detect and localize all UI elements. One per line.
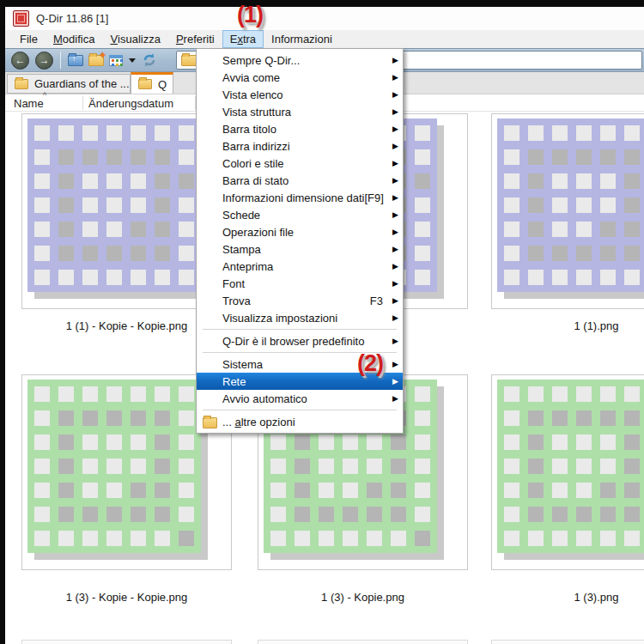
thumbnail-cell	[319, 483, 334, 498]
thumbnail-cell	[131, 270, 146, 285]
title-bar: Q-Dir 11.86 [1]	[5, 7, 644, 30]
menubar-item-preferiti[interactable]: Preferiti	[168, 30, 222, 48]
thumbnail-cell	[58, 410, 74, 426]
submenu-arrow-icon: ▶	[391, 377, 398, 386]
menubar-item-informazioni[interactable]: Informazioni	[264, 30, 340, 48]
menu-item-vista-struttura[interactable]: Vista struttura▶	[197, 103, 403, 120]
menu-item-informazioni-dimensione-dati[interactable]: Informazioni dimensione dati[F9]▶	[197, 189, 403, 206]
thumbnail-cell	[504, 434, 519, 450]
menu-item-label: Visualizza impostazioni	[222, 312, 391, 325]
thumbnail-cell	[504, 246, 519, 261]
thumbnail-cell	[34, 173, 50, 189]
file-card[interactable]	[491, 113, 644, 309]
thumbnail-cell	[600, 246, 616, 261]
thumbnail-cell	[415, 459, 430, 474]
refresh-button[interactable]	[142, 52, 157, 68]
thumbnail-cell	[295, 507, 310, 522]
menu-item-font[interactable]: Font▶	[197, 275, 403, 292]
menu-item-barra-di-stato[interactable]: Barra di stato▶	[197, 172, 403, 189]
submenu-arrow-icon: ▶	[391, 245, 398, 253]
menu-item-anteprima[interactable]: Anteprima▶	[197, 258, 403, 275]
menu-item-avvia-come[interactable]: Avvia come▶	[197, 69, 403, 86]
thumbnail-cell	[415, 125, 430, 141]
file-name-label[interactable]: 1 (3).png	[491, 591, 644, 604]
thumbnail-cell	[155, 270, 170, 285]
thumbnail-cell	[82, 531, 98, 546]
thumbnail-cell	[58, 386, 74, 402]
file-name-label[interactable]: 1 (1).png	[491, 319, 644, 332]
thumbnail-cell	[504, 531, 519, 546]
thumbnail-cell	[179, 270, 194, 285]
menu-item-sempre-q-dir[interactable]: Sempre Q-Dir...▶	[197, 52, 403, 69]
menu-item-q-dir-il-browser-predefinito[interactable]: Q-Dir è il browser predefinito▶	[197, 332, 403, 349]
tab-guardians[interactable]: Guardians of the ...	[7, 74, 131, 94]
column-modified-date[interactable]: Änderungsdatum	[88, 97, 173, 110]
menubar-item-visualizza[interactable]: Visualizza	[102, 30, 168, 48]
thumbnail-cell	[155, 197, 170, 213]
menu-item-schede[interactable]: Schede▶	[197, 206, 403, 223]
file-thumbnail-green-grid	[27, 380, 201, 553]
thumbnail-cell	[295, 434, 310, 450]
menu-item-stampa[interactable]: Stampa▶	[197, 240, 403, 258]
thumbnail-cell	[576, 483, 592, 498]
thumbnail-cell	[552, 434, 568, 450]
menu-item-avvio-automatico[interactable]: Avvio automatico▶	[197, 390, 403, 407]
thumbnail-cell	[528, 459, 544, 474]
column-separator[interactable]	[82, 96, 83, 110]
thumbnail-cell	[155, 483, 170, 498]
menu-item-operazioni-file[interactable]: Operazioni file▶	[197, 223, 403, 240]
folder-star-icon: ✦	[88, 55, 104, 66]
menubar-item-extra[interactable]: Extra	[222, 30, 264, 48]
thumbnail-cell	[624, 410, 640, 426]
thumbnail-cell	[34, 270, 50, 285]
menu-item-label: Vista struttura	[222, 106, 391, 118]
menu-item-barra-indirizzi[interactable]: Barra indirizzi▶	[197, 137, 403, 155]
menubar-item-modifica[interactable]: Modifica	[46, 30, 102, 48]
submenu-arrow-icon: ▶	[391, 73, 398, 82]
view-mode-button[interactable]	[109, 55, 123, 66]
tab-q[interactable]: Q	[131, 72, 173, 94]
forward-button[interactable]: →	[35, 52, 53, 70]
menubar-item-file[interactable]: File	[12, 30, 46, 48]
menu-item-altre-opzioni[interactable]: ... altre opzioni	[197, 413, 403, 430]
favorites-folder-button[interactable]: ✦	[88, 55, 104, 66]
thumbnail-cell	[179, 507, 194, 522]
tab-label: Guardians of the ...	[34, 77, 130, 90]
up-folder-button[interactable]: ↑	[68, 55, 83, 66]
thumbnail-cell	[82, 222, 98, 237]
thumbnail-cell	[600, 507, 616, 522]
thumbnail-cell	[624, 197, 640, 213]
back-button[interactable]: ←	[11, 52, 29, 70]
thumbnail-cell	[295, 459, 310, 474]
thumbnail-cell	[295, 531, 310, 546]
column-name[interactable]: Name	[14, 97, 44, 110]
menu-item-trova[interactable]: TrovaF3▶	[197, 292, 403, 309]
thumbnail-cell	[179, 386, 194, 402]
menu-item-label: Avvio automatico	[222, 392, 391, 405]
view-mode-dropdown-arrow[interactable]	[129, 58, 136, 63]
thumbnail-cell	[624, 531, 640, 546]
menu-item-vista-elenco[interactable]: Vista elenco▶	[197, 86, 403, 103]
thumbnail-cell	[600, 270, 616, 285]
thumbnail-cell	[415, 270, 430, 285]
menu-item-label: Barra indirizzi	[222, 140, 391, 153]
thumbnail-cell	[415, 149, 430, 165]
submenu-arrow-icon: ▶	[391, 394, 398, 403]
thumbnail-cell	[504, 270, 519, 285]
thumbnail-cell	[155, 410, 170, 426]
menu-item-barra-titolo[interactable]: Barra titolo▶	[197, 120, 403, 137]
menu-item-label: Schede	[222, 209, 391, 222]
thumbnail-cell	[34, 222, 50, 237]
submenu-arrow-icon: ▶	[391, 360, 398, 368]
submenu-arrow-icon: ▶	[391, 337, 398, 345]
thumbnail-cell	[552, 197, 568, 213]
file-card[interactable]	[491, 374, 644, 570]
thumbnail-cell	[131, 507, 146, 522]
thumbnail-cell	[319, 459, 334, 474]
thumbnail-cell	[576, 459, 592, 474]
file-name-label[interactable]: 1 (3) - Kopie - Kopie.png	[21, 591, 232, 604]
file-name-label[interactable]: 1 (3) - Kopie.png	[258, 591, 468, 604]
menu-item-label: Barra titolo	[222, 123, 391, 136]
menu-item-visualizza-impostazioni[interactable]: Visualizza impostazioni▶	[197, 309, 403, 326]
menu-item-colori-e-stile[interactable]: Colori e stile▶	[197, 155, 403, 172]
